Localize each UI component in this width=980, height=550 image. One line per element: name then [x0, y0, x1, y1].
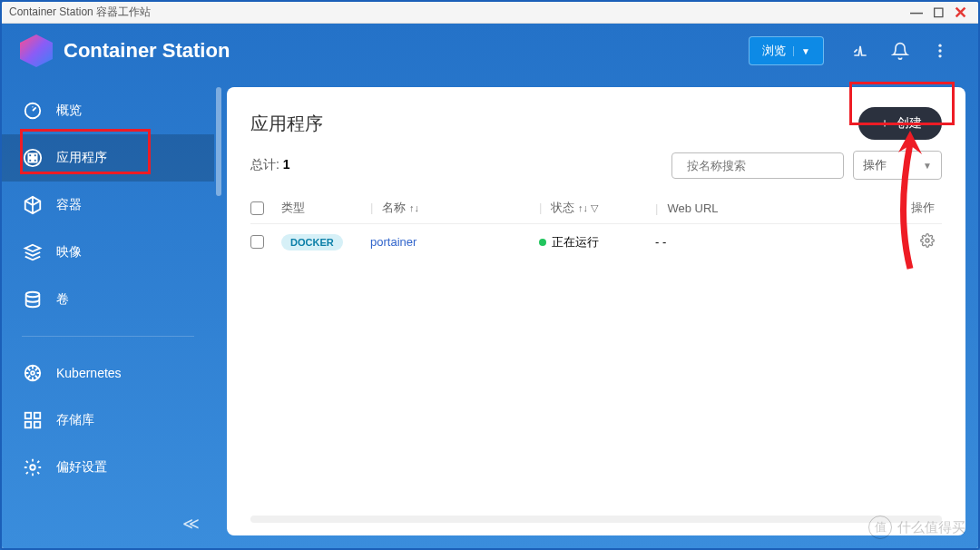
- search-input[interactable]: [671, 152, 844, 179]
- sidebar-item-overview[interactable]: 概览: [2, 87, 214, 134]
- database-icon: [22, 289, 44, 310]
- grid-icon: [22, 409, 44, 431]
- watermark-text: 什么值得买: [897, 519, 965, 536]
- create-label: 创建: [897, 115, 922, 132]
- watermark: 值 什么值得买: [868, 516, 965, 539]
- sidebar-item-label: 映像: [56, 244, 82, 260]
- svg-point-9: [26, 292, 40, 298]
- horizontal-scrollbar[interactable]: [250, 516, 942, 523]
- table-row[interactable]: DOCKER portainer 正在运行 - -: [250, 224, 942, 260]
- search-field[interactable]: [687, 159, 839, 172]
- more-icon[interactable]: [931, 42, 949, 60]
- svg-point-2: [938, 54, 941, 57]
- type-badge: DOCKER: [281, 234, 343, 250]
- watermark-badge: 值: [868, 516, 892, 539]
- select-all-checkbox[interactable]: [250, 201, 264, 215]
- apps-icon: [22, 147, 44, 169]
- bell-icon[interactable]: [891, 42, 909, 60]
- column-name[interactable]: |名称 ↑↓: [370, 200, 539, 216]
- app-title: Container Station: [64, 39, 749, 63]
- url-cell: - -: [655, 235, 891, 249]
- total-count: 总计: 1: [250, 157, 662, 173]
- svg-rect-8: [34, 159, 37, 162]
- svg-rect-6: [34, 153, 37, 157]
- action-label: 操作: [863, 157, 887, 173]
- sidebar-item-images[interactable]: 映像: [2, 229, 214, 276]
- svg-rect-15: [34, 422, 40, 427]
- svg-rect-12: [25, 413, 31, 418]
- sidebar-divider: [22, 336, 194, 337]
- svg-rect-7: [28, 159, 32, 162]
- row-checkbox[interactable]: [250, 235, 264, 249]
- browse-label: 浏览: [762, 43, 786, 59]
- sidebar-item-label: 卷: [56, 291, 69, 308]
- sidebar-item-label: 偏好设置: [56, 459, 107, 476]
- main-panel: 应用程序 ＋ 创建 总计: 1 操作: [227, 87, 965, 535]
- sidebar-item-label: 应用程序: [56, 150, 107, 166]
- sidebar-item-label: 存储库: [56, 412, 94, 428]
- sidebar-item-applications[interactable]: 应用程序: [2, 134, 214, 182]
- close-button[interactable]: ✕: [949, 4, 971, 22]
- status-running-icon: [539, 239, 546, 246]
- minimize-button[interactable]: —: [906, 4, 927, 22]
- browse-button[interactable]: 浏览 ▼: [749, 36, 824, 65]
- filter-icon[interactable]: ▽: [588, 202, 598, 213]
- sidebar: 概览 应用程序 容器 映像 卷 Kubernetes: [2, 24, 214, 548]
- column-status[interactable]: |状态 ↑↓ ▽: [539, 200, 655, 216]
- caret-down-icon: ▼: [923, 161, 932, 171]
- sidebar-item-preferences[interactable]: 偏好设置: [2, 444, 214, 491]
- svg-rect-5: [28, 153, 32, 157]
- plus-icon: ＋: [878, 115, 891, 132]
- table-header: 类型 |名称 ↑↓ |状态 ↑↓ ▽ |Web URL 操作: [250, 192, 942, 224]
- cube-icon: [22, 194, 44, 216]
- window-titlebar: Container Station 容器工作站 — ☐ ✕: [2, 2, 978, 24]
- gauge-icon: [22, 100, 44, 122]
- svg-rect-13: [34, 413, 40, 418]
- sidebar-item-label: Kubernetes: [56, 366, 122, 380]
- collapse-sidebar-button[interactable]: ≪: [182, 514, 200, 534]
- sidebar-item-repositories[interactable]: 存储库: [2, 397, 214, 444]
- gear-icon: [22, 457, 44, 478]
- sidebar-item-containers[interactable]: 容器: [2, 182, 214, 229]
- window-title: Container Station 容器工作站: [9, 5, 151, 20]
- app-header: Container Station 浏览 ▼: [2, 24, 978, 78]
- sidebar-item-kubernetes[interactable]: Kubernetes: [2, 349, 214, 397]
- layers-icon: [22, 241, 44, 263]
- svg-point-18: [926, 239, 929, 242]
- create-button[interactable]: ＋ 创建: [858, 107, 942, 140]
- svg-point-0: [938, 44, 941, 47]
- maximize-button[interactable]: ☐: [927, 4, 949, 22]
- action-dropdown[interactable]: 操作 ▼: [853, 151, 942, 180]
- svg-point-16: [30, 465, 35, 470]
- column-actions: 操作: [891, 200, 942, 216]
- app-logo-icon: [20, 34, 53, 67]
- sidebar-item-label: 概览: [56, 103, 82, 119]
- helm-icon: [22, 362, 44, 384]
- svg-point-1: [938, 49, 941, 52]
- svg-rect-14: [25, 422, 31, 427]
- sort-icon: ↑↓: [578, 202, 588, 213]
- sidebar-item-label: 容器: [56, 197, 82, 213]
- sidebar-item-volumes[interactable]: 卷: [2, 276, 214, 323]
- row-settings-button[interactable]: [920, 237, 935, 250]
- sidebar-scrollbar[interactable]: [214, 24, 223, 548]
- activity-icon[interactable]: [851, 42, 869, 60]
- sort-icon: ↑↓: [409, 202, 419, 213]
- svg-point-11: [31, 371, 34, 375]
- status-text: 正在运行: [552, 235, 599, 249]
- column-type[interactable]: 类型: [281, 200, 370, 216]
- caret-down-icon: ▼: [793, 46, 810, 56]
- column-url[interactable]: |Web URL: [655, 201, 891, 215]
- panel-title: 应用程序: [250, 112, 323, 136]
- app-name-link[interactable]: portainer: [370, 235, 416, 249]
